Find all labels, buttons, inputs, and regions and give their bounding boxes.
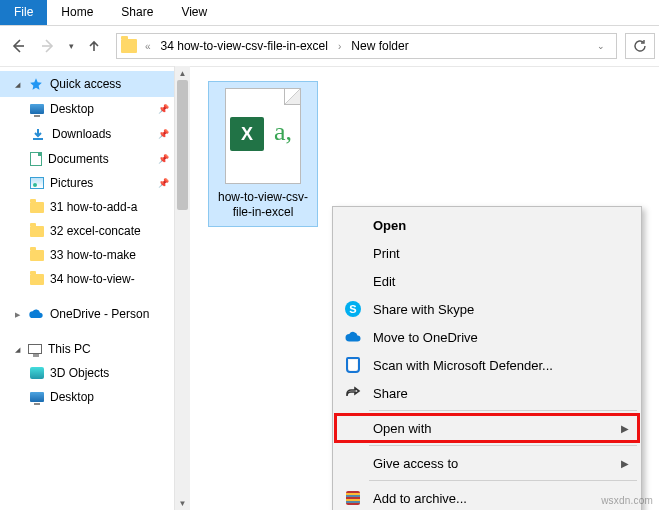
sidebar-item-folder-33[interactable]: 33 how-to-make (0, 243, 189, 267)
defender-icon (343, 356, 363, 374)
sidebar-item-desktop-tpc[interactable]: Desktop (0, 385, 189, 409)
menu-item-label: Add to archive... (373, 491, 467, 506)
menu-item-edit[interactable]: Edit (335, 267, 639, 295)
expander-icon[interactable] (12, 79, 22, 89)
expander-icon[interactable] (12, 309, 22, 319)
folder-icon (30, 250, 44, 261)
file-tile-selected[interactable]: X a, how-to-view-csv-file-in-excel (208, 81, 318, 227)
context-menu: Open Print Edit S Share with Skype Move … (332, 206, 642, 510)
sidebar-item-label: 33 how-to-make (50, 248, 136, 262)
sidebar-item-label: Desktop (50, 390, 94, 404)
this-pc-icon (28, 344, 42, 354)
menu-item-add-archive[interactable]: Add to archive... (335, 484, 639, 510)
sidebar-item-folder-32[interactable]: 32 excel-concate (0, 219, 189, 243)
scroll-down-icon[interactable]: ▼ (175, 496, 190, 510)
ribbon-tab-home[interactable]: Home (47, 0, 107, 25)
csv-glyph: a, (274, 117, 292, 147)
blank-icon (343, 272, 363, 290)
folder-icon (30, 274, 44, 285)
menu-item-label: Edit (373, 274, 395, 289)
menu-item-scan-defender[interactable]: Scan with Microsoft Defender... (335, 351, 639, 379)
forward-button[interactable] (34, 32, 62, 60)
sidebar-item-desktop[interactable]: Desktop 📌 (0, 97, 189, 121)
scroll-up-icon[interactable]: ▲ (175, 66, 190, 80)
pin-icon: 📌 (158, 104, 169, 114)
refresh-button[interactable] (625, 33, 655, 59)
pin-icon: 📌 (158, 178, 169, 188)
sidebar-item-onedrive[interactable]: OneDrive - Person (0, 301, 189, 327)
menu-item-share[interactable]: Share (335, 379, 639, 407)
menu-item-open-with[interactable]: Open with ▶ (335, 414, 639, 442)
sidebar-item-label: Downloads (52, 127, 111, 141)
menu-item-open[interactable]: Open (335, 211, 639, 239)
menu-item-label: Share with Skype (373, 302, 474, 317)
menu-item-move-onedrive[interactable]: Move to OneDrive (335, 323, 639, 351)
expander-icon[interactable] (12, 344, 22, 354)
ribbon: File Home Share View (0, 0, 659, 26)
blank-icon (343, 216, 363, 234)
menu-item-label: Open with (373, 421, 432, 436)
pictures-icon (30, 177, 44, 189)
scroll-thumb[interactable] (177, 80, 188, 210)
menu-item-label: Move to OneDrive (373, 330, 478, 345)
star-icon (28, 76, 44, 92)
folder-icon (121, 39, 137, 53)
ribbon-tab-file[interactable]: File (0, 0, 47, 25)
documents-icon (30, 152, 42, 166)
sidebar-item-label: 3D Objects (50, 366, 109, 380)
sidebar-item-label: Pictures (50, 176, 93, 190)
recent-locations-dropdown[interactable]: ▾ (64, 41, 78, 51)
sidebar-item-this-pc[interactable]: This PC (0, 337, 189, 361)
sidebar-item-label: Documents (48, 152, 109, 166)
up-button[interactable] (80, 32, 108, 60)
skype-icon: S (343, 300, 363, 318)
chevron-right-icon[interactable]: › (334, 41, 345, 52)
sidebar-scrollbar[interactable]: ▲ ▼ (174, 66, 190, 510)
blank-icon (343, 244, 363, 262)
menu-separator (369, 480, 637, 481)
downloads-icon (30, 126, 46, 142)
pin-icon: 📌 (158, 154, 169, 164)
address-dropdown[interactable]: ⌄ (590, 41, 612, 51)
sidebar-item-folder-34[interactable]: 34 how-to-view- (0, 267, 189, 291)
sidebar-item-label: 31 how-to-add-a (50, 200, 137, 214)
menu-item-give-access[interactable]: Give access to ▶ (335, 449, 639, 477)
sidebar-item-folder-31[interactable]: 31 how-to-add-a (0, 195, 189, 219)
ribbon-tab-share[interactable]: Share (107, 0, 167, 25)
sidebar-item-3d-objects[interactable]: 3D Objects (0, 361, 189, 385)
menu-separator (369, 445, 637, 446)
folder-icon (30, 226, 44, 237)
folder-icon (30, 202, 44, 213)
sidebar-item-pictures[interactable]: Pictures 📌 (0, 171, 189, 195)
breadcrumb-segment-1[interactable]: 34 how-to-view-csv-file-in-excel (159, 37, 330, 55)
sidebar-item-label: OneDrive - Person (50, 307, 149, 321)
breadcrumb-segment-2[interactable]: New folder (349, 37, 410, 55)
file-thumbnail: X a, (225, 88, 301, 184)
sidebar-item-label: Quick access (50, 77, 121, 91)
sidebar-item-documents[interactable]: Documents 📌 (0, 147, 189, 171)
blank-icon (343, 454, 363, 472)
menu-item-share-skype[interactable]: S Share with Skype (335, 295, 639, 323)
desktop-icon (30, 392, 44, 402)
menu-item-print[interactable]: Print (335, 239, 639, 267)
sidebar-item-quick-access[interactable]: Quick access (0, 71, 189, 97)
onedrive-icon (28, 306, 44, 322)
menu-item-label: Scan with Microsoft Defender... (373, 358, 553, 373)
submenu-arrow-icon: ▶ (621, 423, 629, 434)
back-button[interactable] (4, 32, 32, 60)
ribbon-tab-view[interactable]: View (167, 0, 221, 25)
menu-item-label: Share (373, 386, 408, 401)
watermark: wsxdn.com (601, 495, 653, 506)
sidebar-item-downloads[interactable]: Downloads 📌 (0, 121, 189, 147)
menu-item-label: Give access to (373, 456, 458, 471)
blank-icon (343, 419, 363, 437)
submenu-arrow-icon: ▶ (621, 458, 629, 469)
menu-item-label: Print (373, 246, 400, 261)
pin-icon: 📌 (158, 129, 169, 139)
3d-objects-icon (30, 367, 44, 379)
menu-item-label: Open (373, 218, 406, 233)
menu-separator (369, 410, 637, 411)
excel-icon: X (230, 117, 264, 151)
address-bar[interactable]: « 34 how-to-view-csv-file-in-excel › New… (116, 33, 617, 59)
file-name-label: how-to-view-csv-file-in-excel (215, 190, 311, 220)
